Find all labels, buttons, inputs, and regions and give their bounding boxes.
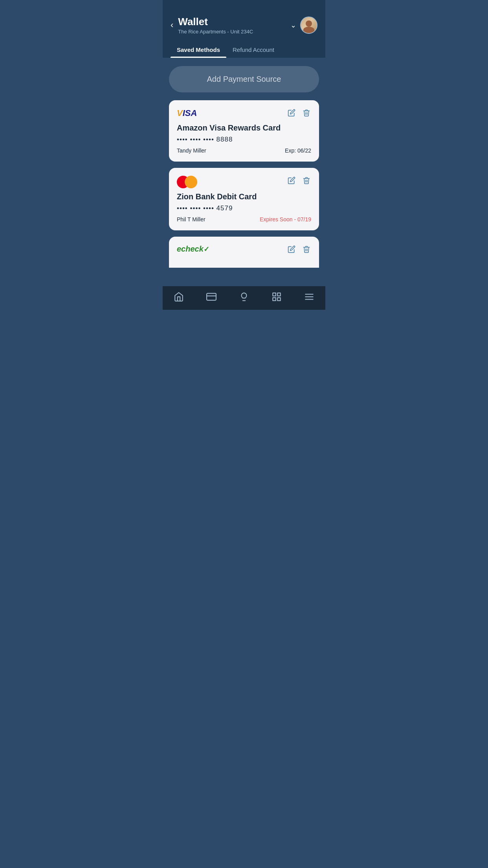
mastercard-card: Zion Bank Debit Card •••• •••• •••• 4579… <box>169 168 319 230</box>
mc-delete-button[interactable] <box>302 176 311 187</box>
mc-circle-right <box>185 176 197 188</box>
nav-home[interactable] <box>174 292 184 302</box>
nav-grid[interactable] <box>272 292 282 302</box>
nav-menu[interactable] <box>304 292 314 302</box>
page-title: Wallet <box>178 16 253 28</box>
main-content: Add Payment Source VISA <box>163 58 325 286</box>
mc-card-holder: Phil T Miller <box>177 216 205 223</box>
nav-card[interactable] <box>206 292 216 302</box>
echeck-logo: echeck✓ <box>177 245 209 254</box>
trash-icon <box>303 177 310 184</box>
bottom-nav <box>163 286 325 310</box>
visa-delete-button[interactable] <box>302 108 311 120</box>
echeck-delete-button[interactable] <box>302 245 311 256</box>
mastercard-logo <box>177 176 197 188</box>
edit-icon <box>288 245 295 253</box>
svg-rect-4 <box>273 298 276 301</box>
visa-card-expiry: Exp: 06/22 <box>285 147 311 154</box>
visa-logo: VISA <box>177 108 197 118</box>
back-button[interactable]: ‹ <box>171 20 173 30</box>
nav-lightbulb[interactable] <box>239 292 249 302</box>
header: ‹ Wallet The Rice Apartments - Unit 234C… <box>163 0 325 41</box>
edit-icon <box>288 109 295 117</box>
tab-saved-methods[interactable]: Saved Methods <box>171 41 226 58</box>
visa-card-holder: Tandy Miller <box>177 147 206 154</box>
tabs-bar: Saved Methods Refund Account <box>163 41 325 58</box>
visa-card-actions <box>287 108 311 120</box>
visa-card-footer: Tandy Miller Exp: 06/22 <box>177 147 311 154</box>
mc-card-footer: Phil T Miller Expires Soon - 07/19 <box>177 216 311 223</box>
home-icon <box>174 292 184 302</box>
visa-edit-button[interactable] <box>287 108 296 120</box>
echeck-edit-button[interactable] <box>287 245 296 256</box>
header-subtitle: The Rice Apartments - Unit 234C <box>178 29 253 35</box>
svg-rect-3 <box>277 293 281 296</box>
visa-card-name: Amazon Visa Rewards Card <box>177 123 311 132</box>
echeck-card-actions <box>287 245 311 256</box>
mc-edit-button[interactable] <box>287 176 296 187</box>
echeck-card: echeck✓ <box>169 237 319 268</box>
tab-refund-account[interactable]: Refund Account <box>226 41 281 58</box>
visa-card: VISA <box>169 100 319 162</box>
svg-rect-0 <box>207 294 216 300</box>
visa-card-number: •••• •••• •••• 8888 <box>177 136 311 143</box>
svg-rect-5 <box>277 298 281 301</box>
mc-card-actions <box>287 176 311 187</box>
credit-card-icon <box>206 292 216 302</box>
mastercard-card-header <box>177 176 311 188</box>
mc-card-number: •••• •••• •••• 4579 <box>177 204 311 212</box>
add-payment-source-button[interactable]: Add Payment Source <box>169 66 319 92</box>
svg-rect-2 <box>273 293 276 296</box>
header-left: ‹ Wallet The Rice Apartments - Unit 234C <box>171 16 253 35</box>
menu-icon <box>304 292 314 302</box>
avatar-image <box>301 17 317 33</box>
trash-icon <box>303 109 310 117</box>
chevron-down-icon[interactable]: ⌄ <box>290 21 296 29</box>
header-title-block: Wallet The Rice Apartments - Unit 234C <box>178 16 253 35</box>
visa-card-header: VISA <box>177 108 311 120</box>
mc-card-expiry: Expires Soon - 07/19 <box>260 216 311 223</box>
avatar[interactable] <box>300 17 317 34</box>
mc-card-name: Zion Bank Debit Card <box>177 192 311 201</box>
header-right: ⌄ <box>290 17 317 34</box>
lightbulb-icon <box>239 292 249 302</box>
grid-icon <box>272 292 282 302</box>
echeck-card-header: echeck✓ <box>177 245 311 256</box>
trash-icon <box>303 245 310 253</box>
edit-icon <box>288 177 295 184</box>
